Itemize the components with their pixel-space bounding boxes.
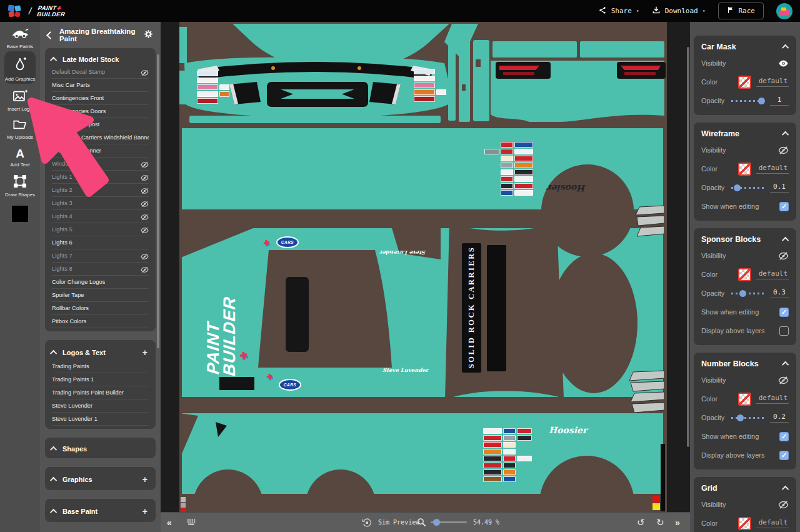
visibility-off-icon[interactable] xyxy=(141,265,149,273)
layer-item[interactable]: Misc Car Parts xyxy=(52,79,149,92)
keyboard-shortcuts-icon[interactable] xyxy=(186,513,197,532)
add-item-button[interactable]: + xyxy=(141,348,149,358)
visibility-off-icon[interactable] xyxy=(141,160,149,168)
opacity-slider[interactable] xyxy=(731,417,765,419)
layer-item[interactable]: Spoiler Tape xyxy=(52,289,149,302)
back-icon[interactable] xyxy=(46,31,54,39)
layer-item[interactable]: Lights 1 xyxy=(52,171,149,184)
sim-preview-toggle[interactable]: Sim Preview xyxy=(378,513,419,532)
tire-brand-decal[interactable]: Hoosier xyxy=(548,183,586,193)
checkbox[interactable]: ✓ xyxy=(779,451,789,460)
visibility-off-icon[interactable] xyxy=(141,226,149,234)
undo-icon[interactable]: ↺ xyxy=(637,513,645,532)
redo-icon[interactable]: ↻ xyxy=(656,513,664,532)
layer-item[interactable]: Color Change Logos xyxy=(52,276,149,289)
color-value[interactable]: default xyxy=(756,269,789,279)
layer-item[interactable]: Trading Paints xyxy=(52,360,149,373)
driver-name-decal[interactable]: Steve Luvender xyxy=(382,367,428,373)
checkbox[interactable]: ✓ xyxy=(779,308,789,317)
zoom-slider[interactable] xyxy=(431,513,467,532)
layer-item[interactable]: Contingencies Front xyxy=(52,92,149,105)
visibility-off-icon[interactable] xyxy=(778,499,789,510)
gear-icon[interactable] xyxy=(144,29,153,41)
current-color-swatch[interactable] xyxy=(12,206,28,222)
opacity-value[interactable]: 1 xyxy=(770,96,789,106)
color-swatch[interactable] xyxy=(738,76,751,89)
color-value[interactable]: default xyxy=(756,164,789,174)
trading-paints-logo-icon[interactable] xyxy=(8,4,22,19)
layer-item[interactable]: Lights 5 xyxy=(52,223,149,236)
rail-item-my-uploads[interactable]: My Uploads xyxy=(0,114,40,142)
visibility-off-icon[interactable] xyxy=(778,251,789,261)
color-value[interactable]: default xyxy=(756,77,789,87)
layer-item[interactable]: Steve Luvender 1 xyxy=(52,413,149,426)
opacity-slider-thumb[interactable] xyxy=(758,98,765,104)
share-button[interactable]: Share ▾ xyxy=(599,6,639,16)
layer-item[interactable]: Default Decal Stamp xyxy=(52,66,149,79)
tire-brand-decal[interactable]: Hoosier xyxy=(549,425,587,435)
color-value[interactable]: default xyxy=(756,394,789,404)
layer-item[interactable]: CARS Tour C-post xyxy=(52,118,149,131)
collapse-left-icon[interactable]: « xyxy=(167,513,172,532)
driver-name-decal[interactable]: Steve Luvender xyxy=(380,249,426,256)
color-swatch[interactable] xyxy=(738,163,751,176)
opacity-value[interactable]: 0.1 xyxy=(770,183,789,193)
collapse-chevron-icon[interactable] xyxy=(782,486,789,493)
series-logo[interactable]: CARS xyxy=(279,379,301,391)
collapse-chevron-icon[interactable] xyxy=(782,237,789,244)
opacity-slider[interactable] xyxy=(731,187,765,189)
rail-item-add-graphics[interactable]: Add Graphics xyxy=(4,51,36,84)
collapse-chevron-icon[interactable] xyxy=(782,44,789,51)
add-item-button[interactable]: + xyxy=(141,474,149,484)
collapse-chevron-icon[interactable] xyxy=(782,361,789,368)
checkbox[interactable]: ✓ xyxy=(779,202,789,211)
avatar[interactable] xyxy=(776,3,792,19)
canvas-scrollbar[interactable] xyxy=(687,47,689,447)
layer-item[interactable]: Trading Paints 1 xyxy=(52,373,149,386)
opacity-slider-thumb[interactable] xyxy=(737,414,744,421)
opacity-slider-thumb[interactable] xyxy=(739,290,746,297)
collapse-chevron-icon[interactable] xyxy=(782,131,789,138)
series-logo[interactable]: CARS xyxy=(276,236,299,248)
rail-item-insert-logo[interactable]: Insert Logo xyxy=(0,84,40,114)
collapse-chevron-icon[interactable] xyxy=(50,509,57,516)
layer-item[interactable]: Steve Luvender xyxy=(52,399,149,413)
color-swatch[interactable] xyxy=(738,268,751,281)
collapse-chevron-icon[interactable] xyxy=(50,57,57,64)
race-button[interactable]: Race xyxy=(718,3,764,19)
layer-item[interactable]: Solid Rock Carriers Windshield Banner xyxy=(52,131,149,144)
visibility-off-icon[interactable] xyxy=(141,213,149,221)
rail-item-draw-shapes[interactable]: Draw Shapes xyxy=(0,169,40,199)
download-button[interactable]: Download ▾ xyxy=(652,6,706,16)
collapse-chevron-icon[interactable] xyxy=(50,350,57,357)
checkbox[interactable] xyxy=(779,326,789,336)
opacity-slider[interactable] xyxy=(731,293,765,294)
layer-item[interactable]: Lights 3 xyxy=(52,197,149,210)
layer-item[interactable]: Trading Paints Paint Builder xyxy=(52,386,149,399)
visibility-off-icon[interactable] xyxy=(141,199,149,208)
opacity-value[interactable]: 0.3 xyxy=(770,288,789,298)
color-swatch[interactable] xyxy=(738,517,751,530)
layer-item[interactable]: Lights 6 xyxy=(52,236,149,249)
left-panel-scrollbar[interactable] xyxy=(157,54,159,348)
layer-item[interactable]: Contingencies Doors xyxy=(52,105,149,118)
visibility-off-icon[interactable] xyxy=(778,145,789,156)
layer-item[interactable]: Lights 7 xyxy=(52,249,149,263)
zoom-slider-thumb[interactable] xyxy=(433,519,440,526)
visibility-off-icon[interactable] xyxy=(141,173,149,181)
rail-item-base-paints[interactable]: Base Paints xyxy=(0,22,40,51)
cpost-sponsor-banner[interactable]: SOLID ROCK CARRIERS xyxy=(462,243,481,372)
layer-item[interactable]: Lights 2 xyxy=(52,184,149,197)
collapse-chevron-icon[interactable] xyxy=(50,477,57,484)
opacity-slider-thumb[interactable] xyxy=(734,184,741,191)
expand-right-icon[interactable]: » xyxy=(675,513,680,532)
visibility-on-icon[interactable] xyxy=(778,58,789,69)
rail-item-add-text[interactable]: A Add Text xyxy=(0,142,40,169)
zoom-icon[interactable] xyxy=(417,513,426,532)
spec-map[interactable]: PAINT BUILDER SOLID ROCK CARRIERS Steve … xyxy=(179,22,667,513)
add-item-button[interactable]: + xyxy=(141,506,149,516)
opacity-value[interactable]: 0.2 xyxy=(770,413,789,423)
color-value[interactable]: default xyxy=(756,518,789,528)
visibility-off-icon[interactable] xyxy=(141,252,149,260)
reset-view-icon[interactable] xyxy=(362,513,372,532)
